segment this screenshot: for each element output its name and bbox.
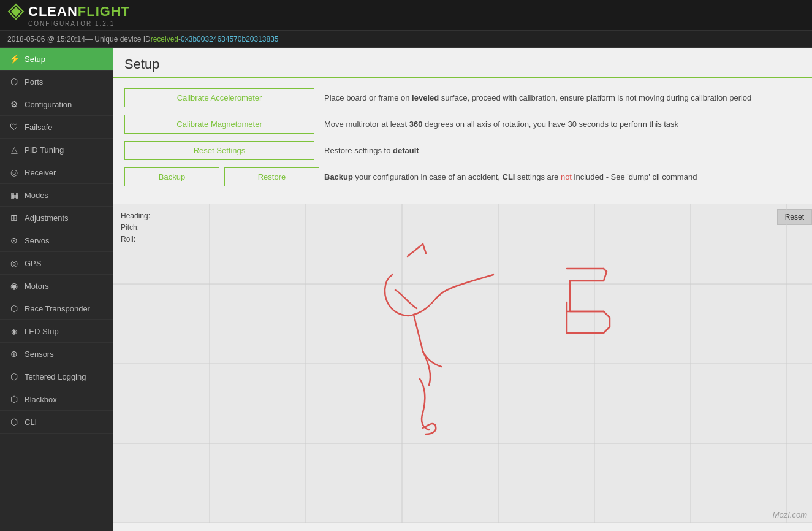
sidebar-item-label-receiver: Receiver (25, 168, 56, 177)
sidebar-item-label-adjustments: Adjustments (25, 213, 69, 223)
sidebar-item-servos[interactable]: ⊙Servos (0, 229, 113, 252)
motors-icon: ◉ (9, 281, 20, 291)
accel-row: Calibrate Accelerometer Place board or f… (124, 88, 801, 107)
attitude-grid (113, 204, 812, 523)
accel-desc: Place board or frame on leveled surface,… (324, 88, 801, 104)
svg-line-14 (423, 244, 426, 253)
sidebar-item-pid-tuning[interactable]: △PID Tuning (0, 139, 113, 161)
sidebar-item-label-configuration: Configuration (25, 100, 72, 109)
servos-icon: ⊙ (9, 235, 20, 245)
failsafe-icon: 🛡 (9, 122, 20, 132)
sidebar-item-setup[interactable]: ⚡Setup (0, 48, 113, 71)
sidebar-item-label-ports: Ports (25, 77, 43, 86)
watermark: MozI.com (773, 510, 807, 519)
attitude-area: Heading: Pitch: Roll: Reset (113, 204, 812, 523)
status-device-id: 0x3b00324634570b20313835 (181, 35, 279, 44)
logo: CLEANFLIGHT (7, 3, 130, 20)
sidebar-item-tethered-logging[interactable]: ⬡Tethered Logging (0, 365, 113, 388)
calibrate-mag-button[interactable]: Calibrate Magnetometer (124, 115, 314, 134)
led-strip-icon: ◈ (9, 326, 20, 336)
content-area: Setup Calibrate Accelerometer Place boar… (113, 48, 812, 531)
sidebar-item-label-pid-tuning: PID Tuning (25, 145, 64, 155)
sensors-icon: ⊕ (9, 349, 20, 359)
svg-line-13 (408, 244, 423, 256)
blackbox-icon: ⬡ (9, 394, 20, 404)
topbar: CLEANFLIGHT CONFIGURATOR 1.2.1 (0, 0, 812, 31)
sidebar: ⚡Setup⬡Ports⚙Configuration🛡Failsafe△PID … (0, 48, 113, 531)
roll-label: Roll: (121, 234, 150, 245)
backup-desc: Backup your configuration in case of an … (324, 167, 801, 183)
tethered-logging-icon: ⬡ (9, 372, 20, 381)
sidebar-item-configuration[interactable]: ⚙Configuration (0, 93, 113, 116)
mag-row: Calibrate Magnetometer Move multirotor a… (124, 115, 801, 134)
pitch-label: Pitch: (121, 222, 150, 234)
backup-restore-pair: Backup Restore (124, 167, 314, 186)
statusbar: 2018-05-06 @ 15:20:14 — Unique device ID… (0, 31, 812, 48)
sidebar-item-label-tethered-logging: Tethered Logging (25, 372, 86, 381)
sidebar-item-race-transponder[interactable]: ⬡Race Transponder (0, 297, 113, 320)
sidebar-item-label-race-transponder: Race Transponder (25, 304, 90, 313)
calibrate-accel-button[interactable]: Calibrate Accelerometer (124, 88, 314, 107)
cli-icon: ⬡ (9, 417, 20, 427)
sidebar-item-label-setup: Setup (25, 55, 45, 64)
sidebar-item-receiver[interactable]: ◎Receiver (0, 161, 113, 184)
configurator-label: CONFIGURATOR 1.2.1 (28, 20, 130, 27)
status-separator: — Unique device ID (85, 35, 151, 44)
backup-row: Backup Restore Backup your configuration… (124, 167, 801, 186)
sidebar-item-label-failsafe: Failsafe (25, 123, 53, 132)
sidebar-item-modes[interactable]: ▦Modes (0, 184, 113, 207)
setup-buttons: Calibrate Accelerometer Place board or f… (113, 78, 812, 204)
sidebar-item-cli[interactable]: ⬡CLI (0, 411, 113, 434)
logo-clean: CLEAN (28, 4, 78, 20)
restore-button[interactable]: Restore (224, 167, 319, 186)
modes-icon: ▦ (9, 190, 20, 200)
logo-icon (7, 3, 25, 20)
sidebar-item-label-motors: Motors (25, 281, 49, 291)
main-layout: ⚡Setup⬡Ports⚙Configuration🛡Failsafe△PID … (0, 48, 812, 531)
sidebar-item-ports[interactable]: ⬡Ports (0, 71, 113, 93)
sidebar-item-led-strip[interactable]: ◈LED Strip (0, 320, 113, 343)
sidebar-item-gps[interactable]: ◎GPS (0, 252, 113, 275)
attitude-canvas (113, 204, 812, 523)
race-transponder-icon: ⬡ (9, 304, 20, 313)
logo-area: CLEANFLIGHT CONFIGURATOR 1.2.1 (7, 3, 130, 27)
mag-desc: Move multirotor at least 360 degrees on … (324, 115, 801, 131)
setup-icon: ⚡ (9, 54, 20, 64)
sidebar-item-label-modes: Modes (25, 191, 48, 200)
sidebar-item-sensors[interactable]: ⊕Sensors (0, 343, 113, 365)
receiver-icon: ◎ (9, 167, 20, 177)
reset-row: Reset Settings Restore settings to defau… (124, 141, 801, 160)
ports-icon: ⬡ (9, 77, 20, 86)
status-timestamp: 2018-05-06 @ 15:20:14 (7, 35, 85, 44)
sidebar-item-label-led-strip: LED Strip (25, 327, 59, 336)
gps-icon: ◎ (9, 258, 20, 268)
status-received: received (151, 35, 178, 44)
configuration-icon: ⚙ (9, 99, 20, 109)
sidebar-item-label-servos: Servos (25, 236, 49, 245)
heading-label: Heading: (121, 210, 150, 222)
content-header: Setup (113, 48, 812, 78)
sidebar-item-failsafe[interactable]: 🛡Failsafe (0, 116, 113, 139)
reset-desc: Restore settings to default (324, 141, 801, 157)
pid-tuning-icon: △ (9, 145, 20, 155)
sidebar-item-label-blackbox: Blackbox (25, 395, 57, 404)
attitude-labels: Heading: Pitch: Roll: (121, 210, 150, 246)
sidebar-item-adjustments[interactable]: ⊞Adjustments (0, 207, 113, 229)
logo-flight: FLIGHT (78, 4, 130, 20)
adjustments-icon: ⊞ (9, 213, 20, 223)
sidebar-item-label-sensors: Sensors (25, 350, 54, 359)
sidebar-item-label-gps: GPS (25, 259, 41, 268)
backup-button[interactable]: Backup (124, 167, 219, 186)
sidebar-item-motors[interactable]: ◉Motors (0, 275, 113, 297)
sidebar-item-label-cli: CLI (25, 418, 37, 427)
reset-settings-button[interactable]: Reset Settings (124, 141, 314, 160)
sidebar-item-blackbox[interactable]: ⬡Blackbox (0, 388, 113, 411)
page-title: Setup (124, 56, 801, 72)
